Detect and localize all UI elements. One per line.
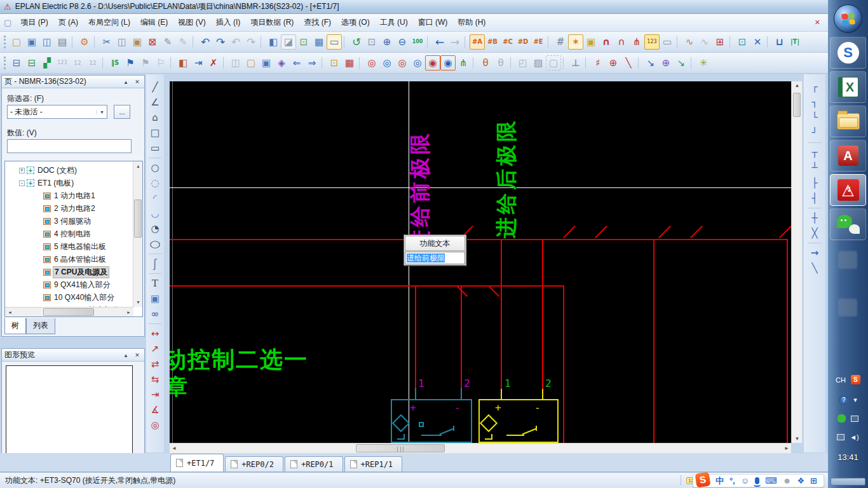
taskbar-excel[interactable]: X [830, 71, 866, 103]
separator[interactable] [149, 254, 161, 254]
sogou-logo-icon[interactable]: S [695, 471, 710, 487]
wire-jog[interactable] [658, 226, 671, 238]
corner-down-left-icon[interactable]: ┐ [806, 95, 823, 110]
taskbar-autocad[interactable]: A [830, 140, 866, 172]
print-icon[interactable]: ▤ [55, 34, 70, 50]
ime-microphone-icon[interactable] [755, 477, 759, 484]
window-tile-icon[interactable]: ◪ [281, 34, 296, 50]
note-text-line2[interactable]: 章 [170, 372, 189, 402]
select-similar-icon[interactable]: ⊡ [327, 55, 342, 71]
tray-wechat-icon[interactable] [837, 414, 846, 423]
zoom-in-icon[interactable]: ⊕ [379, 34, 395, 50]
ime-punctuation-toggle[interactable]: °, [729, 476, 735, 485]
separator[interactable] [767, 36, 770, 48]
hyperlink-tool-icon[interactable]: ∞ [147, 306, 163, 322]
menu-item[interactable]: 视图 (V) [173, 16, 210, 29]
arc2-tool-icon[interactable]: ◡ [147, 206, 163, 221]
toolbar-grip[interactable] [4, 36, 6, 48]
title-bar[interactable]: ⚠ EPLAN Electric P8 2.6 - D:\Users\Publi… [0, 0, 828, 14]
spline-tool-icon[interactable]: ʃ [147, 256, 163, 271]
line-tool-icon[interactable]: ╱ [147, 79, 163, 95]
separator[interactable] [548, 36, 551, 48]
page-tab[interactable]: +ET1/7 [170, 454, 224, 471]
device-nav4-icon[interactable]: ◎ [410, 55, 425, 71]
separator[interactable] [638, 57, 641, 69]
separator[interactable] [344, 36, 347, 48]
hatch-area-icon[interactable]: ▨ [531, 55, 546, 71]
separator[interactable] [149, 323, 161, 324]
tree-item[interactable]: 4 控制电路 [5, 227, 130, 240]
dim-linear-icon[interactable]: ↔ [147, 326, 163, 341]
menu-item[interactable]: 窗口 (W) [413, 16, 453, 29]
handle-scale-icon[interactable]: ✕ [750, 34, 765, 50]
delete-selection-icon[interactable]: ⊠ [145, 34, 160, 50]
tree-item[interactable]: 10 QX40输入部分 [5, 291, 130, 304]
ime-language-toggle[interactable]: 中 [715, 475, 724, 487]
copy-pages-icon[interactable]: ◫ [228, 55, 243, 71]
circle-tool-icon[interactable]: ○ [147, 160, 163, 175]
panel-close-icon[interactable]: ✕ [133, 351, 142, 359]
separator[interactable] [427, 36, 430, 48]
menu-item[interactable]: 布局空间 (L) [83, 16, 135, 29]
circle-points-tool-icon[interactable]: ◌ [147, 175, 163, 191]
canvas-vertical-scrollbar[interactable]: ▲ ▼ [791, 81, 802, 443]
cable-gray-icon[interactable]: θ [493, 55, 508, 71]
s-route-icon[interactable]: ‖S [107, 55, 123, 71]
corner-up-left-icon[interactable]: ┘ [806, 125, 823, 140]
ime-keyboard-icon[interactable]: ⌨ [765, 476, 777, 485]
cancel-pointer-icon[interactable]: ✗ [206, 55, 221, 71]
coordinate-input-icon[interactable]: ▭ [660, 34, 675, 50]
wire-segment[interactable] [170, 285, 564, 287]
function-text-rear-limit[interactable]: 进给后极限 [492, 118, 521, 238]
tree-vertical-scrollbar[interactable]: ▲ ▼ [133, 161, 142, 307]
separator[interactable] [563, 57, 566, 69]
sector-tool-icon[interactable]: ◔ [147, 221, 163, 236]
tray-help-icon[interactable]: ? [839, 395, 848, 405]
tray-clipboard-icon[interactable] [851, 416, 858, 422]
separator[interactable] [359, 57, 362, 69]
separator[interactable] [193, 36, 196, 48]
page-tab[interactable]: +REP0/2 [225, 456, 283, 471]
menu-item[interactable]: 项目 (P) [15, 16, 53, 29]
target-circle-icon[interactable]: ⊕ [658, 55, 674, 71]
t-node-left-icon[interactable]: ┤ [806, 191, 823, 206]
separator[interactable] [72, 36, 75, 48]
separator[interactable] [729, 36, 733, 48]
diag-node-icon[interactable]: ╳ [806, 226, 823, 241]
function-text-front-limit[interactable]: 进给前极限 [406, 130, 435, 251]
taskbar-sogou-browser[interactable]: S [830, 37, 866, 69]
window-macro-icon[interactable]: ◰ [515, 55, 531, 71]
menu-item[interactable]: 选项 (O) [336, 16, 375, 29]
menu-item[interactable]: 查找 (F) [299, 16, 336, 29]
rectangle-tool-icon[interactable]: □ [147, 125, 163, 140]
show-desktop-button[interactable] [831, 478, 865, 485]
window-new-icon[interactable]: ◧ [266, 34, 281, 50]
ime-emoji-icon[interactable]: ☺ [741, 476, 749, 485]
text-tool-icon[interactable]: T [147, 276, 163, 291]
filter-dropdown[interactable]: - 未激活 - ▼ [7, 105, 107, 119]
page-next-icon[interactable]: ⇒ [304, 55, 320, 71]
dim-baseline-icon[interactable]: ⇥ [147, 387, 163, 402]
undo-list-icon[interactable]: ↶ [228, 34, 243, 50]
align-objects-icon[interactable]: ⋔ [629, 34, 644, 50]
expand-tree-icon[interactable]: ⊟ [24, 55, 39, 71]
refresh-icon[interactable]: ↺ [349, 34, 364, 50]
device-nav2-icon[interactable]: ◎ [379, 55, 395, 71]
wire-jog[interactable] [563, 226, 576, 238]
tray-expand-icon[interactable]: ▾ [853, 396, 857, 404]
menu-item[interactable]: 工具 (U) [375, 16, 413, 29]
menu-item[interactable]: 插入 (I) [211, 16, 246, 29]
schematic-canvas[interactable]: 进给前极限 进给后极限 动控制二选一 章 1 2 + - 1 2 + - [170, 81, 791, 443]
wire-jog[interactable] [690, 226, 703, 238]
flag-check-icon[interactable]: ⚑ [123, 55, 138, 71]
tree-horizontal-scrollbar[interactable]: ◄ ► [5, 307, 133, 316]
cross-node-icon[interactable]: ┼ [806, 210, 823, 226]
separator[interactable] [465, 36, 468, 48]
scroll-down-icon[interactable]: ▼ [133, 297, 143, 307]
component2-terminal-stub[interactable] [501, 389, 502, 399]
separator[interactable] [149, 273, 161, 274]
dim-angle-icon[interactable]: ∡ [147, 402, 163, 417]
page-prev-icon[interactable]: ⇐ [289, 55, 304, 71]
menu-item[interactable]: 编辑 (E) [135, 16, 173, 29]
value-input[interactable] [7, 139, 132, 153]
